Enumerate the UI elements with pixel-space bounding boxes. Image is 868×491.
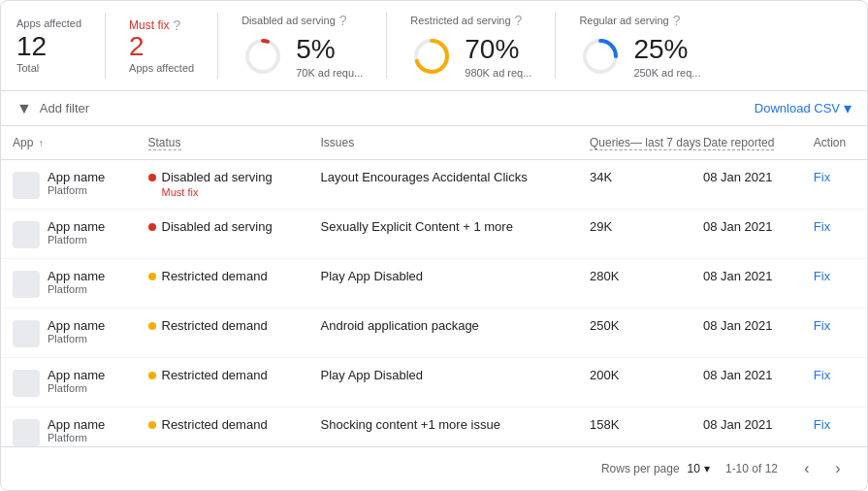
date-cell-1: 08 Jan 2021 (691, 210, 802, 259)
action-cell-1: Fix (802, 210, 867, 259)
app-name: App name (48, 318, 105, 333)
restricted-ad-label: Restricted ad serving ? (410, 13, 531, 28)
app-platform: Platform (48, 184, 105, 196)
disabled-ad-sub: 70K ad requ... (296, 67, 363, 79)
disabled-ad-label: Disabled ad serving ? (241, 13, 363, 28)
fix-button-1[interactable]: Fix (814, 219, 830, 234)
issues-cell-0: Layout Encourages Accidental Clicks (309, 160, 578, 210)
status-dot (148, 372, 156, 379)
status-label: Restricted demand (162, 368, 268, 382)
queries-cell-3: 250K (578, 309, 691, 358)
status-cell-2: Restricted demand (137, 259, 309, 309)
svg-point-0 (247, 41, 278, 72)
issues-cell-5: Shocking content +1 more issue (309, 408, 578, 447)
summary-disabled-ad: Disabled ad serving ? 5% 70K ad requ... (241, 13, 387, 79)
prev-page-button[interactable]: ‹ (793, 455, 820, 482)
status-label: Disabled ad serving (162, 219, 273, 234)
summary-bar: Apps affected 12 Total Must fix ? 2 Apps… (1, 1, 867, 91)
fix-button-2[interactable]: Fix (814, 269, 830, 283)
status-cell-1: Disabled ad serving (137, 210, 309, 259)
app-platform: Platform (48, 333, 105, 344)
table-row: App name Platform Restricted demand Play… (1, 358, 867, 408)
next-page-button[interactable]: › (824, 455, 852, 482)
fix-button-0[interactable]: Fix (814, 170, 830, 184)
apps-affected-label: Apps affected (16, 17, 81, 29)
must-fix-badge: Must fix (162, 186, 298, 198)
action-cell-0: Fix (802, 160, 867, 210)
apps-affected-value: 12 (16, 33, 81, 60)
rows-per-page-control: Rows per page 10 ▾ (601, 462, 710, 475)
must-fix-help-icon[interactable]: ? (173, 17, 180, 33)
fix-button-5[interactable]: Fix (814, 417, 830, 432)
add-filter-label: Add filter (40, 101, 89, 115)
rows-select-chevron: ▾ (704, 462, 710, 475)
disabled-ad-pct: 5% (296, 34, 363, 65)
disabled-ad-donut (241, 35, 284, 78)
table-row: App name Platform Disabled ad serving Se… (1, 210, 867, 259)
regular-ad-sub: 250K ad req... (633, 67, 700, 79)
status-cell-0: Disabled ad serving Must fix (137, 160, 309, 210)
rows-per-page-select[interactable]: 10 ▾ (688, 462, 710, 475)
status-label: Restricted demand (162, 417, 268, 432)
restricted-ad-donut (410, 35, 453, 78)
app-icon (13, 172, 40, 199)
queries-cell-1: 29K (578, 210, 691, 259)
status-dot (148, 322, 156, 330)
regular-ad-help-icon[interactable]: ? (673, 13, 681, 28)
action-cell-5: Fix (802, 408, 867, 447)
col-action: Action (802, 126, 867, 160)
app-name: App name (48, 269, 105, 283)
app-icon (13, 271, 40, 298)
chevron-down-icon: ▾ (844, 99, 852, 117)
restricted-ad-row: 70% 980K ad req... (410, 34, 531, 79)
download-csv-button[interactable]: Download CSV ▾ (755, 99, 852, 117)
issues-cell-3: Android application package (309, 309, 578, 358)
fix-button-4[interactable]: Fix (814, 368, 830, 382)
rows-per-page-label: Rows per page (601, 462, 680, 475)
app-name: App name (48, 219, 105, 234)
issues-table: App ↑ Status Issues Queries— last 7 days… (1, 126, 867, 446)
apps-affected-sub: Total (16, 62, 81, 74)
restricted-ad-help-icon[interactable]: ? (515, 13, 523, 28)
app-cell-0: App name Platform (1, 160, 137, 210)
fix-button-3[interactable]: Fix (814, 318, 830, 333)
queries-cell-4: 200K (578, 358, 691, 408)
date-cell-4: 08 Jan 2021 (691, 358, 802, 408)
summary-restricted-ad: Restricted ad serving ? 70% 980K ad req.… (410, 13, 556, 79)
status-dot (148, 421, 156, 429)
action-cell-3: Fix (802, 309, 867, 358)
app-name: App name (48, 170, 105, 184)
status-dot (148, 223, 156, 231)
date-cell-0: 08 Jan 2021 (691, 160, 802, 210)
regular-ad-donut (579, 35, 622, 78)
status-label: Restricted demand (162, 269, 268, 283)
summary-must-fix: Must fix ? 2 Apps affected (129, 13, 218, 79)
action-cell-2: Fix (802, 259, 867, 309)
col-issues: Issues (309, 126, 578, 160)
col-status: Status (137, 126, 309, 160)
action-cell-4: Fix (802, 358, 867, 408)
app-platform: Platform (48, 283, 105, 295)
pagination-bar: Rows per page 10 ▾ 1-10 of 12 ‹ › (1, 446, 867, 490)
disabled-ad-help-icon[interactable]: ? (339, 13, 347, 28)
status-dot (148, 273, 156, 280)
queries-cell-5: 158K (578, 408, 691, 447)
disabled-ad-row: 5% 70K ad requ... (241, 34, 363, 79)
app-cell-2: App name Platform (1, 259, 137, 309)
filter-area[interactable]: ▼ Add filter (16, 100, 89, 117)
table-row: App name Platform Restricted demand Play… (1, 259, 867, 309)
sort-icon[interactable]: ↑ (39, 138, 44, 148)
status-label: Restricted demand (162, 318, 268, 333)
filter-icon: ▼ (16, 100, 32, 117)
col-date: Date reported (691, 126, 802, 160)
status-cell-3: Restricted demand (137, 309, 309, 358)
app-cell-1: App name Platform (1, 210, 137, 259)
app-icon (13, 221, 40, 248)
status-label: Disabled ad serving (162, 170, 273, 184)
restricted-ad-sub: 980K ad req... (465, 67, 531, 79)
col-app: App ↑ (1, 126, 137, 160)
status-dot (148, 174, 156, 181)
summary-apps-total: Apps affected 12 Total (16, 13, 106, 79)
issues-cell-2: Play App Disabled (309, 259, 578, 309)
app-platform: Platform (48, 234, 105, 246)
